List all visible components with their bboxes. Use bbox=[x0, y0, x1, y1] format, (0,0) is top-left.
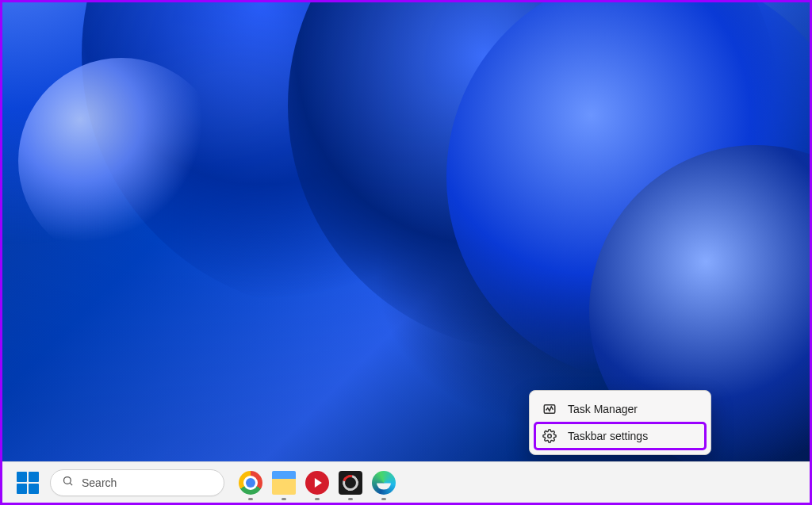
taskbar-app-chrome[interactable] bbox=[239, 471, 262, 495]
desktop-wallpaper: Task Manager Taskbar settings bbox=[2, 2, 810, 503]
taskbar-right-edge bbox=[781, 462, 795, 503]
menu-item-label: Taskbar settings bbox=[568, 430, 648, 442]
menu-item-taskbar-settings[interactable]: Taskbar settings bbox=[534, 423, 706, 450]
svg-line-3 bbox=[70, 483, 72, 485]
svg-point-2 bbox=[64, 477, 71, 484]
activity-icon bbox=[542, 402, 557, 416]
wallpaper-shape bbox=[18, 58, 224, 264]
taskbar-app-file-explorer[interactable] bbox=[272, 471, 296, 495]
menu-item-label: Task Manager bbox=[568, 403, 638, 415]
taskbar-app-edge[interactable] bbox=[372, 471, 396, 495]
svg-point-1 bbox=[548, 434, 552, 438]
taskbar-search[interactable]: Search bbox=[50, 469, 224, 496]
running-indicator bbox=[248, 498, 253, 500]
menu-item-task-manager[interactable]: Task Manager bbox=[534, 396, 706, 423]
taskbar-app-obs[interactable] bbox=[339, 471, 362, 495]
taskbar-pinned-apps bbox=[239, 471, 396, 495]
system-tray-edge bbox=[781, 462, 792, 503]
running-indicator bbox=[315, 498, 320, 500]
search-icon bbox=[62, 475, 74, 490]
running-indicator bbox=[348, 498, 353, 500]
start-button[interactable] bbox=[17, 472, 39, 494]
gear-icon bbox=[542, 429, 557, 443]
running-indicator bbox=[282, 498, 286, 500]
windows-logo-icon bbox=[17, 472, 39, 494]
search-placeholder: Search bbox=[82, 476, 117, 489]
taskbar-app-screen-recorder[interactable] bbox=[305, 471, 329, 495]
taskbar-context-menu: Task Manager Taskbar settings bbox=[529, 390, 711, 455]
running-indicator bbox=[381, 498, 386, 500]
taskbar[interactable]: Search bbox=[2, 461, 810, 503]
